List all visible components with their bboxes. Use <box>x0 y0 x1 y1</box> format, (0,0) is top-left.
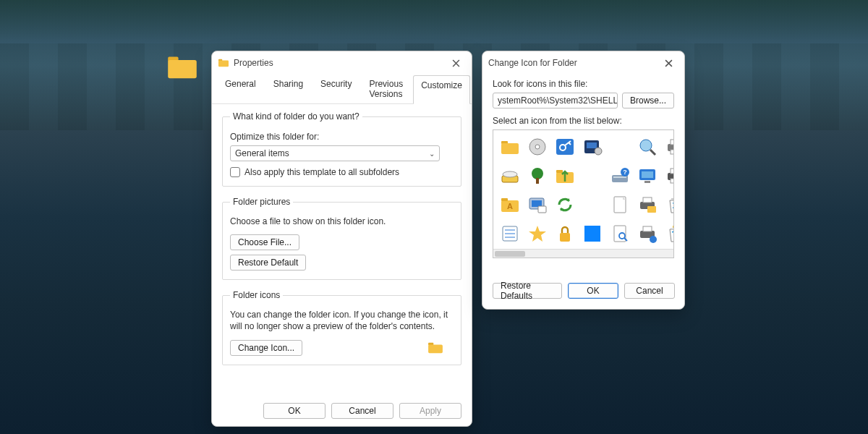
svg-rect-35 <box>671 179 674 183</box>
chevron-down-icon: ⌄ <box>429 150 435 158</box>
folder-up-icon[interactable] <box>553 163 577 188</box>
svg-rect-27 <box>613 176 626 178</box>
svg-rect-5 <box>429 345 443 354</box>
blank-icon[interactable] <box>580 192 605 217</box>
folder-a-icon[interactable]: A <box>498 192 522 217</box>
look-for-icons-label: Look for icons in this file: <box>493 79 674 89</box>
close-button[interactable] <box>657 54 680 72</box>
tab-sharing[interactable]: Sharing <box>266 75 310 103</box>
legend-folder-icons: Folder icons <box>230 290 283 300</box>
apply-button[interactable]: Apply <box>399 403 461 419</box>
tab-security[interactable]: Security <box>313 75 359 103</box>
svg-point-22 <box>532 168 543 179</box>
group-folder-icons: Folder icons You can change the folder i… <box>222 290 461 365</box>
optimize-label: Optimize this folder for: <box>230 132 454 142</box>
group-folder-pictures: Folder pictures Choose a file to show on… <box>222 197 461 280</box>
disc-icon[interactable] <box>525 135 550 159</box>
svg-rect-51 <box>560 233 570 242</box>
svg-rect-1 <box>168 60 197 78</box>
svg-point-57 <box>650 236 657 243</box>
folder-icon[interactable] <box>498 135 522 159</box>
close-icon <box>452 59 460 67</box>
folder-pictures-desc: Choose a file to show on this folder ico… <box>230 216 454 227</box>
svg-rect-37 <box>501 198 508 201</box>
apply-subfolders-checkbox[interactable] <box>230 167 240 177</box>
search-globe-icon[interactable] <box>635 135 660 159</box>
select-icon-label: Select an icon from the list below: <box>493 116 674 126</box>
list-panel-icon[interactable] <box>498 221 522 246</box>
properties-titlebar[interactable]: Properties <box>212 51 472 75</box>
properties-footer: OK Cancel Apply <box>263 403 461 419</box>
svg-rect-23 <box>536 178 539 184</box>
change-icon-button[interactable]: Change Icon... <box>230 340 302 356</box>
computer-run-icon[interactable] <box>525 192 550 217</box>
display-settings-icon[interactable] <box>635 163 660 188</box>
cancel-button[interactable]: Cancel <box>624 283 675 299</box>
change-icon-titlebar[interactable]: Change Icon for Folder <box>482 51 684 75</box>
ok-button[interactable]: OK <box>263 403 326 419</box>
blank-icon[interactable] <box>608 135 632 159</box>
blue-tile-icon[interactable] <box>580 221 605 246</box>
change-icon-title: Change Icon for Folder <box>488 58 657 68</box>
svg-rect-45 <box>647 206 656 213</box>
tab-customize[interactable]: Customize <box>413 75 470 104</box>
close-icon <box>665 59 673 67</box>
key-icon[interactable] <box>553 135 577 159</box>
svg-rect-56 <box>643 226 652 231</box>
document-search-icon[interactable] <box>608 221 632 246</box>
folder-icon <box>427 341 443 354</box>
icon-file-path-input[interactable]: ystemRoot%\System32\SHELL32.dll <box>493 93 618 109</box>
svg-point-15 <box>640 140 652 151</box>
optimize-select-value: General items <box>235 148 289 158</box>
recycle-bin-icon[interactable] <box>663 192 674 217</box>
svg-rect-18 <box>671 150 674 154</box>
cancel-button[interactable]: Cancel <box>331 403 393 419</box>
svg-rect-7 <box>501 143 519 154</box>
svg-rect-25 <box>556 170 563 173</box>
tab-previous-versions[interactable]: Previous Versions <box>362 75 410 103</box>
legend-folder-kind: What kind of folder do you want? <box>230 111 362 122</box>
apply-subfolders-label: Also apply this template to all subfolde… <box>244 167 399 177</box>
install-disk-icon[interactable] <box>580 135 605 159</box>
change-icon-dialog: Change Icon for Folder Look for icons in… <box>482 51 685 310</box>
star-icon[interactable] <box>525 221 550 246</box>
recycle-full-icon[interactable] <box>663 221 674 246</box>
printer-3d-icon[interactable] <box>663 163 674 188</box>
tab-general[interactable]: General <box>218 75 263 103</box>
tab-bar: General Sharing Security Previous Versio… <box>212 75 472 104</box>
restore-default-button[interactable]: Restore Default <box>230 255 306 271</box>
browse-button[interactable]: Browse... <box>622 93 674 109</box>
tree-icon[interactable] <box>525 163 550 188</box>
printer-folder-icon[interactable] <box>635 192 660 217</box>
drive-question-icon[interactable]: ? <box>608 163 632 188</box>
printer-default-icon[interactable] <box>663 135 674 159</box>
optimize-select[interactable]: General items ⌄ <box>230 145 440 161</box>
icon-list: ?A <box>493 129 674 258</box>
horizontal-scrollbar[interactable] <box>493 249 673 258</box>
group-folder-kind: What kind of folder do you want? Optimiz… <box>222 111 461 187</box>
svg-rect-46 <box>671 198 674 200</box>
svg-point-9 <box>535 145 540 149</box>
properties-title: Properties <box>234 58 444 68</box>
blank-icon[interactable] <box>580 163 605 188</box>
icon-file-path-value: ystemRoot%\System32\SHELL32.dll <box>498 95 618 106</box>
change-icon-content: Look for icons in this file: ystemRoot%\… <box>482 79 684 264</box>
close-button[interactable] <box>444 54 467 72</box>
svg-text:?: ? <box>623 169 627 176</box>
svg-rect-41 <box>538 206 546 213</box>
document-icon[interactable] <box>608 192 632 217</box>
choose-file-button[interactable]: Choose File... <box>230 234 299 250</box>
lock-icon[interactable] <box>553 221 577 246</box>
ok-button[interactable]: OK <box>568 283 618 299</box>
svg-text:A: A <box>507 202 513 210</box>
svg-rect-13 <box>587 142 597 148</box>
change-icon-footer: Restore Defaults OK Cancel <box>493 283 674 299</box>
restore-defaults-button[interactable]: Restore Defaults <box>493 283 562 299</box>
svg-rect-31 <box>642 171 653 178</box>
drive-open-icon[interactable] <box>498 163 522 188</box>
folder-icon <box>218 58 229 68</box>
printer-network-icon[interactable] <box>635 221 660 246</box>
svg-rect-58 <box>673 226 674 228</box>
desktop-folder[interactable] <box>166 54 198 80</box>
refresh-arrows-icon[interactable] <box>553 192 577 217</box>
